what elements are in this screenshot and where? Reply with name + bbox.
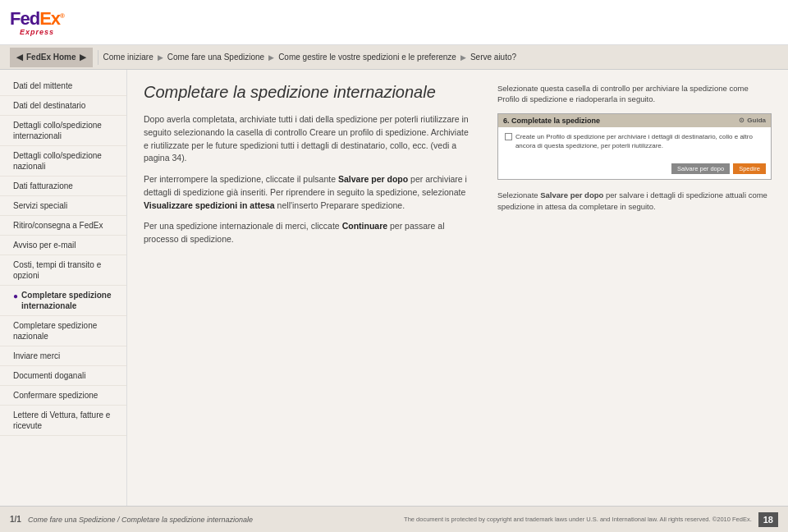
- sidebar-label: Ritiro/consegna a FedEx: [13, 220, 103, 231]
- sidebar-label: Dati del destinatario: [13, 100, 85, 111]
- guida-label: Guida: [747, 117, 766, 124]
- para3-start: Per una spedizione internazionale di mer…: [144, 221, 342, 231]
- sidebar-item-servizi[interactable]: Servizi speciali: [0, 196, 126, 216]
- guida-button[interactable]: ⊙ Guida: [739, 117, 766, 124]
- sidebar-label: Inviare merci: [13, 351, 60, 361]
- sidebar-label: Completare spedizione nazionale: [13, 320, 117, 342]
- nav-home-label[interactable]: FedEx Home: [26, 53, 76, 62]
- hint-text-1: Selezionate questa casella di controllo …: [497, 83, 772, 105]
- active-bullet: ●: [13, 291, 18, 301]
- checkbox-row: Create un Profilo di spedizione per arch…: [505, 132, 764, 150]
- sidebar-label: Dati del mittente: [13, 80, 72, 91]
- nav-separator-3: ▶: [460, 53, 466, 62]
- express-label: Express: [20, 28, 54, 36]
- screenshot-preview: 6. Completate la spedizione ⊙ Guida Crea…: [497, 113, 772, 180]
- sidebar-label: Dati fatturazione: [13, 181, 73, 191]
- logo-ex: Ex: [39, 8, 60, 29]
- footer-left: 1/1 Come fare una Spedizione / Completar…: [10, 515, 253, 524]
- sidebar-item-dettagli-naz[interactable]: Dettagli collo/spedizione nazionali: [0, 146, 126, 177]
- logo-fe: Fed: [10, 8, 39, 29]
- nav-separator-1: ▶: [158, 53, 163, 62]
- sidebar-item-destinatario[interactable]: Dati del destinatario: [0, 96, 126, 116]
- footer-copyright: The document is protected by copyright a…: [404, 516, 752, 524]
- page-fraction: 1/1: [10, 515, 21, 524]
- nav-back-arrow[interactable]: ◀: [16, 53, 23, 62]
- para2-bold2: Visualizzare spedizioni in attesa: [144, 200, 275, 210]
- logo-registered: ®: [60, 12, 64, 20]
- para2-bold1: Salvare per dopo: [338, 174, 408, 184]
- sidebar-label: Servizi speciali: [13, 200, 67, 211]
- screenshot-body: Create un Profilo di spedizione per arch…: [498, 127, 771, 160]
- sidebar-item-completare-naz[interactable]: Completare spedizione nazionale: [0, 316, 126, 346]
- footer-breadcrumb: Come fare una Spedizione / Completare la…: [28, 516, 253, 524]
- nav-divider: [98, 50, 98, 65]
- para2-start: Per interrompere la spedizione, cliccate…: [144, 174, 338, 184]
- sidebar-label: Dettagli collo/spedizione internazionali: [13, 120, 117, 141]
- profile-checkbox[interactable]: [505, 133, 512, 140]
- content-right: Selezionate questa casella di controllo …: [489, 83, 772, 493]
- sidebar-item-inviare[interactable]: Inviare merci: [0, 346, 126, 366]
- nav-forward-arrow[interactable]: ▶: [80, 53, 86, 62]
- sidebar: Dati del mittente Dati del destinatario …: [0, 70, 127, 506]
- sidebar-item-fatturazione[interactable]: Dati fatturazione: [0, 177, 126, 196]
- hint-text-2: Selezionate Salvare per dopo per salvare…: [497, 190, 772, 213]
- hint2-start: Selezionate: [497, 190, 540, 200]
- sidebar-item-completare-intl[interactable]: ● Completare spedizione internazionale: [0, 286, 126, 316]
- nav-item-come-fare[interactable]: Come fare una Spedizione: [167, 53, 264, 62]
- sidebar-label: Costi, tempi di transito e opzioni: [13, 259, 117, 281]
- nav-item-aiuto[interactable]: Serve aiuto?: [470, 53, 516, 62]
- checkbox-label: Create un Profilo di spedizione per arch…: [515, 132, 764, 150]
- para3-bold: Continuare: [342, 221, 387, 231]
- sidebar-item-dettagli-intl[interactable]: Dettagli collo/spedizione internazionali: [0, 116, 126, 146]
- screenshot-buttons: Salvare per dopo Spedire: [498, 160, 771, 179]
- para1-text: Dopo averla completata, archiviate tutti…: [144, 114, 469, 163]
- sidebar-label: Documenti doganali: [13, 370, 85, 381]
- nav-item-label: Come iniziare: [103, 53, 153, 62]
- paragraph-1: Dopo averla completata, archiviate tutti…: [144, 113, 473, 165]
- footer: 1/1 Come fare una Spedizione / Completar…: [0, 506, 788, 532]
- top-navigation: ◀ FedEx Home ▶ Come iniziare ▶ Come fare…: [0, 45, 788, 70]
- page-badge: 18: [758, 512, 778, 527]
- sidebar-item-lettere[interactable]: Lettere di Vettura, fatture e ricevute: [0, 406, 126, 436]
- sidebar-label: Confermare spedizione: [13, 390, 98, 401]
- content-left: Completare la spedizione internazionale …: [144, 83, 473, 493]
- fedex-logo-text: FedEx®: [10, 8, 64, 30]
- nav-home-button[interactable]: ◀ FedEx Home ▶: [10, 48, 93, 67]
- screenshot-header: 6. Completate la spedizione ⊙ Guida: [498, 114, 771, 127]
- content-area: Completare la spedizione internazionale …: [127, 70, 788, 506]
- sidebar-item-documenti[interactable]: Documenti doganali: [0, 366, 126, 386]
- sidebar-label: Lettere di Vettura, fatture e ricevute: [13, 410, 117, 431]
- nav-item-label: Come fare una Spedizione: [167, 53, 264, 62]
- nav-item-come-iniziare[interactable]: Come iniziare: [103, 53, 153, 62]
- paragraph-2: Per interrompere la spedizione, cliccate…: [144, 173, 473, 212]
- sidebar-item-ritiro[interactable]: Ritiro/consegna a FedEx: [0, 216, 126, 236]
- screenshot-title: 6. Completate la spedizione: [503, 117, 600, 125]
- sidebar-label: Dettagli collo/spedizione nazionali: [13, 150, 117, 172]
- page-title: Completare la spedizione internazionale: [144, 83, 473, 102]
- nav-item-gestire[interactable]: Come gestire le vostre spedizioni e le p…: [278, 53, 456, 62]
- sidebar-item-avviso[interactable]: Avviso per e-mail: [0, 236, 126, 255]
- main-container: Dati del mittente Dati del destinatario …: [0, 70, 788, 506]
- hint2-bold: Salvare per dopo: [540, 190, 603, 200]
- paragraph-3: Per una spedizione internazionale di mer…: [144, 220, 473, 246]
- save-later-button[interactable]: Salvare per dopo: [671, 163, 730, 174]
- nav-item-label: Come gestire le vostre spedizioni e le p…: [278, 53, 456, 62]
- nav-separator-2: ▶: [268, 53, 274, 62]
- sidebar-item-confermare[interactable]: Confermare spedizione: [0, 386, 126, 406]
- nav-item-label: Serve aiuto?: [470, 53, 516, 62]
- sidebar-label: Completare spedizione internazionale: [21, 290, 117, 311]
- sidebar-item-costi[interactable]: Costi, tempi di transito e opzioni: [0, 255, 126, 286]
- sidebar-item-mittente[interactable]: Dati del mittente: [0, 76, 126, 96]
- guida-icon: ⊙: [739, 117, 744, 124]
- fedex-logo: FedEx® Express: [10, 8, 64, 36]
- para2-end: nell'inserto Preparare spedizione.: [275, 200, 405, 210]
- send-button[interactable]: Spedire: [733, 163, 766, 174]
- header: FedEx® Express: [0, 0, 788, 45]
- sidebar-label: Avviso per e-mail: [13, 240, 76, 250]
